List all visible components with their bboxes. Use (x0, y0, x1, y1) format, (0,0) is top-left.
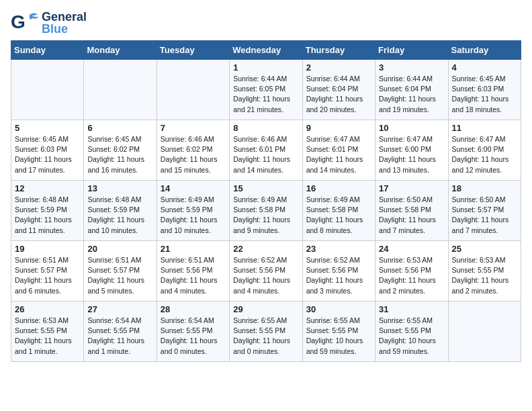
calendar-cell: 11Sunrise: 6:47 AMSunset: 6:00 PMDayligh… (448, 120, 521, 181)
cell-line: Daylight: 11 hours (233, 216, 290, 224)
day-number: 8 (233, 123, 298, 133)
cell-content: Sunrise: 6:44 AMSunset: 6:04 PMDaylight:… (379, 74, 444, 115)
calendar-cell: 13Sunrise: 6:48 AMSunset: 5:59 PMDayligh… (84, 181, 157, 241)
cell-line: and 8 minutes. (306, 226, 353, 234)
cell-line: Sunset: 5:55 PM (306, 326, 359, 334)
cell-line: and 5 minutes. (87, 287, 134, 295)
cell-line: Sunset: 6:04 PM (306, 85, 359, 93)
day-number: 18 (452, 183, 517, 193)
cell-line: and 17 minutes. (15, 166, 65, 174)
cell-line: Daylight: 11 hours (452, 95, 509, 103)
cell-content: Sunrise: 6:49 AMSunset: 5:58 PMDaylight:… (233, 195, 298, 236)
cell-line: Daylight: 11 hours (87, 155, 144, 163)
cell-line: Sunrise: 6:55 AM (306, 316, 360, 324)
cell-line: Sunrise: 6:52 AM (306, 256, 360, 264)
cell-line: Daylight: 11 hours (452, 216, 509, 224)
cell-line: Daylight: 11 hours (306, 95, 363, 103)
cell-content: Sunrise: 6:51 AMSunset: 5:56 PMDaylight:… (161, 255, 226, 296)
cell-line: Sunset: 5:58 PM (233, 205, 285, 214)
cell-content: Sunrise: 6:54 AMSunset: 5:55 PMDaylight:… (161, 316, 226, 357)
cell-line: Daylight: 11 hours (306, 276, 363, 284)
day-number: 10 (379, 123, 444, 133)
day-number: 6 (87, 123, 152, 133)
cell-content: Sunrise: 6:49 AMSunset: 5:59 PMDaylight:… (161, 195, 226, 236)
cell-line: Daylight: 11 hours (233, 336, 290, 345)
cell-line: Daylight: 11 hours (452, 155, 509, 163)
calendar-cell: 29Sunrise: 6:55 AMSunset: 5:55 PMDayligh… (230, 302, 302, 362)
calendar-cell: 1Sunrise: 6:44 AMSunset: 6:05 PMDaylight… (230, 60, 302, 120)
cell-line: Sunset: 5:58 PM (306, 205, 359, 214)
cell-line: Sunrise: 6:49 AM (233, 195, 287, 203)
cell-line: Daylight: 11 hours (379, 155, 436, 163)
calendar-cell: 21Sunrise: 6:51 AMSunset: 5:56 PMDayligh… (157, 241, 229, 302)
cell-line: Sunset: 6:05 PM (233, 85, 285, 93)
cell-line: Sunset: 5:55 PM (15, 326, 67, 334)
cell-line: Sunset: 5:57 PM (452, 205, 504, 214)
day-number: 16 (306, 183, 371, 193)
cell-line: Sunset: 6:04 PM (379, 85, 431, 93)
cell-line: Daylight: 10 hours (306, 336, 363, 345)
day-number: 20 (87, 244, 152, 254)
cell-line: Sunset: 5:57 PM (15, 266, 67, 274)
cell-line: Daylight: 11 hours (161, 155, 218, 163)
calendar-cell: 28Sunrise: 6:54 AMSunset: 5:55 PMDayligh… (157, 302, 229, 362)
cell-line: Sunrise: 6:46 AM (161, 135, 214, 143)
day-number: 29 (233, 304, 298, 314)
cell-line: and 16 minutes. (87, 166, 138, 174)
cell-line: Sunset: 5:55 PM (379, 326, 431, 334)
calendar-cell: 16Sunrise: 6:49 AMSunset: 5:58 PMDayligh… (302, 181, 375, 241)
cell-line: Sunset: 5:57 PM (87, 266, 140, 274)
cell-line: Sunrise: 6:55 AM (233, 316, 287, 324)
day-number: 30 (306, 304, 371, 314)
cell-content: Sunrise: 6:46 AMSunset: 6:01 PMDaylight:… (233, 134, 298, 175)
calendar-cell: 22Sunrise: 6:52 AMSunset: 5:56 PMDayligh… (230, 241, 302, 302)
calendar-cell: 8Sunrise: 6:46 AMSunset: 6:01 PMDaylight… (230, 120, 302, 181)
cell-line: and 2 minutes. (452, 287, 498, 295)
calendar-cell: 24Sunrise: 6:53 AMSunset: 5:56 PMDayligh… (375, 241, 448, 302)
cell-content: Sunrise: 6:48 AMSunset: 5:59 PMDaylight:… (15, 195, 80, 236)
cell-line: Sunset: 6:01 PM (306, 145, 359, 153)
cell-line: Sunrise: 6:44 AM (233, 75, 287, 83)
cell-line: and 14 minutes. (306, 166, 357, 174)
cell-line: and 6 minutes. (15, 287, 61, 295)
cell-line: Daylight: 11 hours (161, 216, 218, 224)
cell-line: Sunrise: 6:46 AM (233, 135, 287, 143)
day-number: 22 (233, 244, 298, 254)
day-number: 14 (161, 183, 226, 193)
cell-line: Sunrise: 6:55 AM (379, 316, 433, 324)
day-header-wednesday: Wednesday (230, 41, 302, 60)
cell-line: Daylight: 11 hours (233, 155, 290, 163)
cell-line: Sunset: 5:58 PM (379, 205, 431, 214)
calendar-cell: 7Sunrise: 6:46 AMSunset: 6:02 PMDaylight… (157, 120, 229, 181)
cell-line: Daylight: 11 hours (306, 216, 363, 224)
calendar-cell: 20Sunrise: 6:51 AMSunset: 5:57 PMDayligh… (84, 241, 157, 302)
cell-line: Sunset: 5:56 PM (161, 266, 213, 274)
cell-line: Sunrise: 6:50 AM (452, 195, 506, 203)
page-header: G General Blue (11, 11, 521, 35)
cell-line: Sunrise: 6:44 AM (306, 75, 360, 83)
calendar-cell: 14Sunrise: 6:49 AMSunset: 5:59 PMDayligh… (157, 181, 229, 241)
cell-line: Sunrise: 6:47 AM (452, 135, 506, 143)
calendar-cell: 9Sunrise: 6:47 AMSunset: 6:01 PMDaylight… (302, 120, 375, 181)
cell-line: Daylight: 11 hours (233, 95, 290, 103)
day-number: 15 (233, 183, 298, 193)
calendar-cell: 26Sunrise: 6:53 AMSunset: 5:55 PMDayligh… (11, 302, 84, 362)
cell-line: and 20 minutes. (306, 105, 357, 113)
cell-line: Sunrise: 6:51 AM (15, 256, 69, 264)
cell-line: Sunrise: 6:53 AM (15, 316, 69, 324)
cell-content: Sunrise: 6:51 AMSunset: 5:57 PMDaylight:… (15, 255, 80, 296)
cell-line: and 10 minutes. (87, 226, 138, 234)
cell-line: and 3 minutes. (306, 287, 353, 295)
cell-line: Sunrise: 6:51 AM (87, 256, 141, 264)
cell-line: Sunset: 5:55 PM (161, 326, 213, 334)
cell-line: Sunrise: 6:44 AM (379, 75, 433, 83)
day-number: 12 (15, 183, 80, 193)
calendar-header-row: SundayMondayTuesdayWednesdayThursdayFrid… (11, 41, 521, 60)
cell-content: Sunrise: 6:55 AMSunset: 5:55 PMDaylight:… (379, 316, 444, 357)
cell-line: and 14 minutes. (233, 166, 283, 174)
day-number: 2 (306, 62, 371, 73)
cell-line: and 7 minutes. (379, 226, 425, 234)
day-header-sunday: Sunday (11, 41, 84, 60)
cell-line: Sunrise: 6:48 AM (87, 195, 141, 203)
cell-line: Daylight: 11 hours (15, 216, 72, 224)
